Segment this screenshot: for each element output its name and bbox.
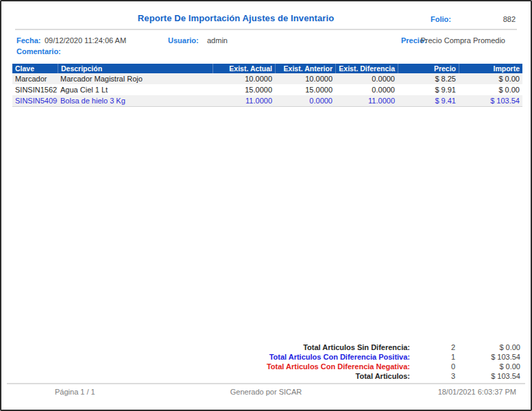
column-header-clave: Clave bbox=[12, 64, 58, 73]
table-row: SINSIN54096Bolsa de hielo 3 Kg11.00000.0… bbox=[12, 95, 522, 106]
title-divider bbox=[15, 29, 517, 30]
cell-descripcion: Agua Ciel 1 Lt bbox=[58, 84, 213, 95]
total-label: Total Articulos: bbox=[180, 372, 410, 381]
cell-importe: $ 0.00 bbox=[459, 84, 522, 95]
generated-datetime: 18/01/2021 6:03:37 PM bbox=[438, 388, 516, 396]
cell-precio: $ 8.25 bbox=[398, 73, 459, 84]
column-header-precio: Precio bbox=[398, 64, 459, 73]
cell-importe: $ 0.00 bbox=[459, 73, 522, 84]
column-header-exist-diferencia: Exist. Diferencia bbox=[335, 64, 398, 73]
table-header-row: ClaveDescripciónExist. ActualExist. Ante… bbox=[12, 64, 522, 73]
usuario-value: admin bbox=[207, 36, 228, 45]
cell-exist-anterior: 0.0000 bbox=[275, 95, 335, 106]
total-amount: $ 0.00 bbox=[455, 343, 520, 352]
cell-descripcion: Marcador Magistral Rojo bbox=[58, 73, 213, 84]
folio-value: 882 bbox=[503, 15, 516, 23]
cell-importe: $ 103.54 bbox=[459, 95, 522, 106]
cell-exist-anterior: 10.0000 bbox=[275, 73, 335, 84]
total-amount: $ 103.54 bbox=[455, 372, 520, 381]
total-label: Total Articulos Sin Diferencia: bbox=[180, 343, 410, 352]
cell-exist-diferencia: 0.0000 bbox=[335, 84, 398, 95]
folio-label: Folio: bbox=[431, 15, 451, 23]
totals-row: Total Articulos Sin Diferencia:2$ 0.00 bbox=[180, 343, 520, 352]
total-label: Total Articulos Con Diferencia Negativa: bbox=[180, 362, 410, 371]
table-row: SINSIN15627Agua Ciel 1 Lt15.000015.00000… bbox=[12, 84, 522, 95]
cell-clave: Marcador bbox=[12, 73, 58, 84]
cell-precio: $ 9.91 bbox=[398, 84, 459, 95]
table-body: MarcadorMarcador Magistral Rojo10.000010… bbox=[12, 73, 522, 107]
total-amount: $ 0.00 bbox=[455, 362, 520, 371]
cell-exist-diferencia: 0.0000 bbox=[335, 73, 398, 84]
comentario-label: Comentario: bbox=[16, 47, 61, 55]
totals-section: Total Articulos Sin Diferencia:2$ 0.00To… bbox=[180, 343, 520, 382]
cell-clave: SINSIN54096 bbox=[12, 95, 58, 106]
total-label: Total Articulos Con Diferencia Positiva: bbox=[180, 353, 410, 362]
cell-exist-diferencia: 11.0000 bbox=[335, 95, 398, 106]
inventory-adjustment-table: ClaveDescripciónExist. ActualExist. Ante… bbox=[12, 64, 522, 107]
usuario-label: Usuario: bbox=[168, 36, 199, 45]
total-amount: $ 103.54 bbox=[455, 353, 520, 362]
column-header-importe: Importe bbox=[459, 64, 522, 73]
column-header-exist-actual: Exist. Actual bbox=[213, 64, 275, 73]
report-page: Reporte De Importación Ajustes de Invent… bbox=[0, 0, 532, 411]
totals-row: Total Articulos:3$ 103.54 bbox=[180, 372, 520, 381]
total-count: 0 bbox=[410, 362, 455, 371]
total-count: 2 bbox=[410, 343, 455, 352]
cell-precio: $ 9.41 bbox=[398, 95, 459, 106]
fecha-value: 09/12/2020 11:24:06 AM bbox=[45, 36, 126, 45]
totals-row: Total Articulos Con Diferencia Positiva:… bbox=[180, 353, 520, 362]
fecha-label: Fecha: bbox=[16, 36, 40, 45]
column-header-descripci-n: Descripción bbox=[58, 64, 213, 73]
cell-exist-actual: 11.0000 bbox=[213, 95, 275, 106]
cell-exist-actual: 10.0000 bbox=[213, 73, 275, 84]
total-count: 3 bbox=[410, 372, 455, 381]
precio-value: Precio Compra Promedio bbox=[421, 36, 506, 45]
cell-descripcion: Bolsa de hielo 3 Kg bbox=[58, 95, 213, 106]
report-title: Reporte De Importación Ajustes de Invent… bbox=[1, 13, 470, 23]
column-header-exist-anterior: Exist. Anterior bbox=[275, 64, 335, 73]
total-count: 1 bbox=[410, 353, 455, 362]
cell-exist-actual: 15.0000 bbox=[213, 84, 275, 95]
totals-row: Total Articulos Con Diferencia Negativa:… bbox=[180, 362, 520, 371]
footer-divider bbox=[7, 383, 525, 384]
cell-exist-anterior: 15.0000 bbox=[275, 84, 335, 95]
table-row: MarcadorMarcador Magistral Rojo10.000010… bbox=[12, 73, 522, 84]
cell-clave: SINSIN15627 bbox=[12, 84, 58, 95]
